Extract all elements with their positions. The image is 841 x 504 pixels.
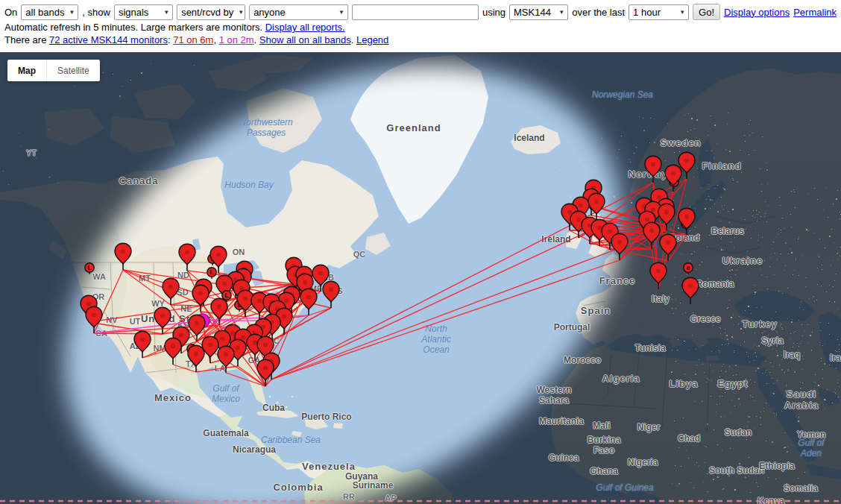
monitor-marker-6m[interactable] [643, 222, 660, 249]
chevron-down-icon: ▼ [679, 9, 685, 16]
monitors-prefix: There are [4, 34, 49, 45]
monitor-marker-6m[interactable] [115, 243, 131, 270]
show-all-bands-link[interactable]: Show all on all bands [259, 34, 351, 45]
monitor-marker-6m[interactable] [588, 193, 605, 220]
monitor-marker-6m[interactable] [188, 345, 204, 372]
monitor-marker-6m[interactable] [211, 298, 227, 325]
monitor-marker-6m[interactable] [257, 359, 274, 386]
active-monitors-link[interactable]: 72 active MSK144 monitors [49, 34, 168, 45]
monitor-marker-6m[interactable] [645, 156, 661, 183]
monitor-marker-6m[interactable] [189, 315, 205, 341]
monitor-marker-6m[interactable] [163, 278, 179, 305]
monitor-marker-6m[interactable] [86, 306, 102, 333]
monitor-marker-6m[interactable] [665, 165, 681, 192]
anyone-select[interactable]: anyone▼ [249, 4, 348, 20]
monitor-marker-6m[interactable] [134, 331, 151, 358]
punctuation: , [213, 34, 218, 45]
on-label: On [4, 7, 17, 18]
monitor-marker-6m[interactable] [678, 208, 695, 235]
chevron-down-icon: ▼ [69, 9, 75, 16]
markers-layer: LLeLLeLLLLLee [0, 52, 841, 504]
map-type-control: Map Satellite [7, 60, 100, 81]
go-button[interactable]: Go! [693, 4, 720, 20]
report-marker[interactable]: L [207, 268, 216, 279]
permalink-link[interactable]: Permalink [793, 7, 837, 18]
monitors-2m-link[interactable]: 1 on 2m [219, 34, 254, 45]
monitor-marker-6m[interactable] [611, 233, 628, 260]
punctuation: . [351, 34, 356, 45]
legend-link[interactable]: Legend [356, 34, 388, 45]
sent-rcvd-select[interactable]: sent/rcvd by▼ [177, 4, 245, 20]
monitor-marker-6m[interactable] [237, 290, 253, 317]
refresh-status-text: Automatic refresh in 5 minutes. Large ma… [4, 22, 265, 33]
chevron-down-icon: ▼ [238, 9, 244, 16]
using-label: using [482, 7, 505, 18]
monitor-marker-6m[interactable] [192, 285, 209, 312]
monitor-marker-6m[interactable] [202, 336, 218, 363]
period-select[interactable]: 1 hour▼ [629, 4, 689, 20]
monitor-marker-6m[interactable] [323, 281, 339, 308]
monitor-marker-6m[interactable] [658, 204, 675, 230]
monitor-marker-6m[interactable] [650, 262, 667, 289]
chevron-down-icon: ▼ [338, 9, 344, 16]
svg-text:L: L [87, 264, 92, 271]
monitor-marker-6m[interactable] [179, 244, 195, 271]
show-label: , show [82, 7, 110, 18]
mode-select[interactable]: MSK144▼ [509, 4, 568, 20]
monitors-6m-link[interactable]: 71 on 6m [173, 34, 213, 45]
over-the-last-label: over the last [572, 7, 625, 18]
band-select[interactable]: all bands▼ [21, 4, 78, 20]
satellite-view-button[interactable]: Satellite [47, 60, 100, 81]
show-mode-select[interactable]: signals▼ [114, 4, 173, 20]
monitor-marker-6m[interactable] [682, 277, 699, 304]
chevron-down-icon: ▼ [558, 9, 564, 16]
monitor-marker-6m[interactable] [218, 346, 234, 373]
callsign-input[interactable] [352, 4, 479, 20]
punctuation: . [254, 34, 259, 45]
display-all-reports-link[interactable]: Display all reports. [265, 22, 345, 33]
monitor-marker-6m[interactable] [154, 307, 171, 334]
display-options-link[interactable]: Display options [724, 7, 790, 18]
svg-text:L: L [224, 292, 229, 299]
toolbar: On all bands▼ , show signals▼ sent/rcvd … [0, 0, 841, 52]
chevron-down-icon: ▼ [163, 9, 169, 16]
svg-text:e: e [686, 264, 690, 271]
svg-text:L: L [210, 268, 214, 276]
world-map[interactable]: CanadaYTONQCNBMENSNDSDNEKSWAMTORWYNVUTCA… [0, 52, 841, 504]
report-marker[interactable]: e [684, 263, 693, 274]
map-view-button[interactable]: Map [7, 60, 47, 81]
monitor-marker-6m[interactable] [165, 338, 181, 365]
monitor-marker-6m[interactable] [300, 289, 317, 315]
monitor-marker-6m[interactable] [660, 234, 676, 261]
report-marker[interactable]: L [85, 263, 94, 274]
